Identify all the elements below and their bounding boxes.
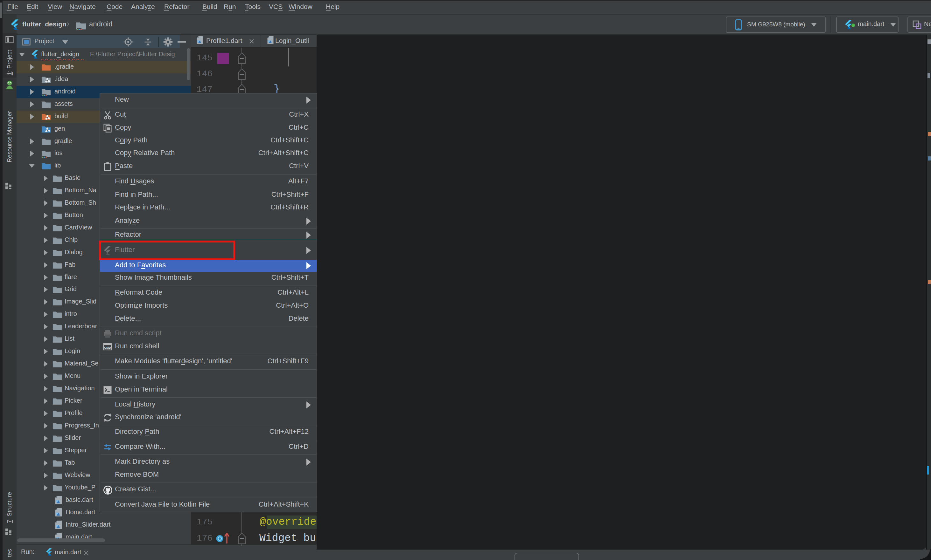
- svg-text:CMD: CMD: [104, 346, 111, 349]
